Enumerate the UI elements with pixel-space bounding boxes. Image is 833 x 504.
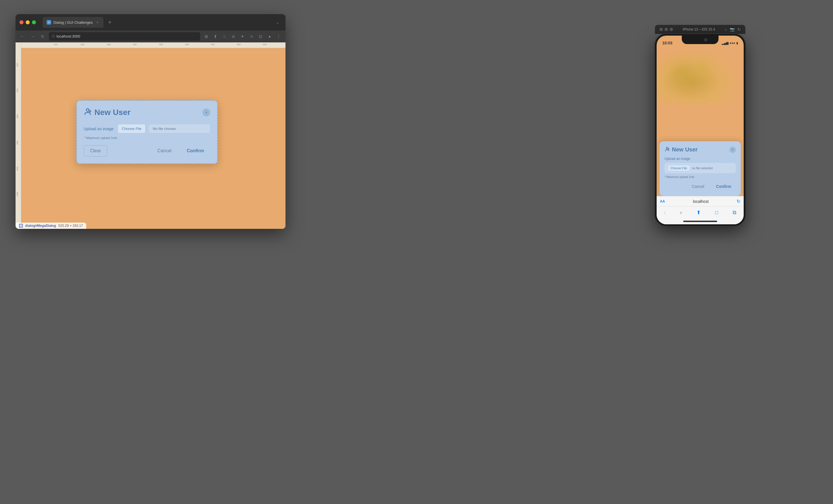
browser-titlebar: D Dialog | GUI Challenges × + ⌄ <box>16 14 285 30</box>
ruler-left-mark-200: 200 <box>16 89 19 92</box>
iphone-home-btn-icon[interactable]: ⌂ <box>725 27 727 32</box>
list-icon[interactable]: ≡ <box>247 32 256 41</box>
back-button[interactable]: ← <box>18 32 26 41</box>
iphone-camera <box>704 38 708 42</box>
blur-circle-1 <box>671 62 693 85</box>
dialog-close-button[interactable]: × <box>203 108 210 117</box>
ruler-mark-700: 700 <box>211 43 214 46</box>
tab-overview-icon[interactable]: ⊡ <box>257 32 265 41</box>
safari-tabs-button[interactable]: ⧉ <box>730 208 739 217</box>
dialog-title: New User <box>94 108 130 117</box>
safari-bookmarks-button[interactable]: □ <box>712 208 721 217</box>
close-traffic-light[interactable] <box>20 20 23 24</box>
window-more-button[interactable]: ⌄ <box>273 18 282 26</box>
mobile-dialog-header: New User × <box>665 146 736 153</box>
more-icon[interactable]: ⋮ <box>275 32 283 41</box>
button-group: Cancel Confirm <box>151 146 210 156</box>
ruler-mark-400: 400 <box>133 43 137 46</box>
iphone-rotate-icon[interactable]: ↻ <box>737 27 741 32</box>
svg-rect-4 <box>20 225 22 226</box>
maximize-traffic-light[interactable] <box>32 20 36 24</box>
url-display: localhost:3000 <box>56 34 80 39</box>
main-dialog: New User × Upload an image Choose File N… <box>76 100 218 164</box>
dialog-header: New User × <box>84 108 210 117</box>
upload-label: Upload an image <box>84 127 115 131</box>
safari-refresh-button[interactable]: ↻ <box>737 199 740 204</box>
extension-icon[interactable]: ✦ <box>239 32 246 41</box>
mobile-confirm-button[interactable]: Confirm <box>711 182 736 191</box>
iphone-close-light[interactable] <box>660 28 663 31</box>
browser-status-bar: dialog#MegaDialog 520.29 × 263.17 <box>16 223 86 229</box>
upload-row: Upload an image Choose File No file chos… <box>84 124 210 133</box>
mobile-upload-hint: * Maximum upload 1mb <box>665 175 736 179</box>
iphone-traffic-lights <box>660 28 673 31</box>
ruler-left-mark-100: 100 <box>16 63 19 67</box>
iphone-minimize-light[interactable] <box>665 28 668 31</box>
shield-icon[interactable]: ⊘ <box>230 32 237 41</box>
file-name-display: No file chosen <box>148 124 210 133</box>
iphone-screenshot-icon[interactable]: 📷 <box>730 27 735 32</box>
safari-aa-button[interactable]: AA <box>660 199 665 203</box>
element-dimensions: 520.29 × 263.17 <box>58 224 83 228</box>
mobile-dialog-title: New User <box>672 146 698 153</box>
page-content: New User × Upload an image Choose File N… <box>21 48 285 229</box>
ruler-mark-500: 500 <box>159 43 163 46</box>
tab-label: Dialog | GUI Challenges <box>53 20 93 25</box>
mobile-file-row: Choose File no file selected <box>665 163 736 173</box>
ruler-left-mark-400: 400 <box>16 141 19 144</box>
iphone-title: iPhone 13 – iOS 15.4 <box>683 27 715 31</box>
profile-icon[interactable]: ● <box>266 32 273 41</box>
mobile-dialog-title-area: New User <box>665 146 698 153</box>
battery-icon: ▮ <box>736 41 738 45</box>
mobile-user-add-icon <box>665 147 670 153</box>
browser-tab[interactable]: D Dialog | GUI Challenges × <box>43 17 103 28</box>
iphone-titlebar: iPhone 13 – iOS 15.4 ⌂ 📷 ↻ <box>655 25 745 34</box>
upload-hint: * Maximum upload 1mb <box>84 136 210 140</box>
toolbar-icons: ⊞ ⬆ ☆ ⊘ ✦ ≡ ⊡ ● ⋮ <box>203 32 283 41</box>
cancel-button[interactable]: Cancel <box>151 146 178 156</box>
iphone-maximize-light[interactable] <box>670 28 673 31</box>
dialog-footer: Clear Cancel Confirm <box>84 145 210 156</box>
forward-button[interactable]: → <box>28 32 37 41</box>
minimize-traffic-light[interactable] <box>26 20 30 24</box>
mobile-choose-file-button[interactable]: Choose File <box>667 165 690 172</box>
choose-file-button[interactable]: Choose File <box>118 124 146 133</box>
iphone-screen: 10:03 ▂▄▆ ●●● ▮ <box>657 35 744 224</box>
share-icon[interactable]: ⬆ <box>211 32 219 41</box>
iphone-time: 10:03 <box>662 41 672 45</box>
iphone-safari-bar: AA localhost ↻ ‹ › ⬆ □ ⧉ <box>657 196 744 224</box>
safari-nav-bar: ‹ › ⬆ □ ⧉ <box>657 206 744 218</box>
clear-button[interactable]: Clear <box>84 145 108 156</box>
refresh-button[interactable]: ↻ <box>39 32 47 41</box>
ruler-left-mark-600: 600 <box>16 192 19 196</box>
mobile-file-name: no file selected <box>692 167 713 170</box>
confirm-button[interactable]: Confirm <box>181 146 210 156</box>
blur-circle-2 <box>693 59 710 76</box>
traffic-lights <box>20 20 36 24</box>
signal-icon: ●●● <box>730 41 735 45</box>
ruler-top: 100 200 300 400 500 600 700 800 900 <box>16 42 285 48</box>
user-add-icon <box>84 108 92 117</box>
ruler-left: 100 200 300 400 500 600 <box>16 42 21 229</box>
new-tab-button[interactable]: + <box>106 18 114 26</box>
iphone-container: iPhone 13 – iOS 15.4 ⌂ 📷 ↻ 10:03 ▂▄▆ ●●●… <box>655 25 745 226</box>
mobile-dialog-close-button[interactable]: × <box>730 147 736 153</box>
external-link-icon[interactable]: ⊞ <box>203 32 210 41</box>
safari-share-button[interactable]: ⬆ <box>694 208 704 217</box>
dialog-title-area: New User <box>84 108 130 117</box>
safari-forward-button[interactable]: › <box>677 208 685 217</box>
address-bar[interactable]: ⓘ localhost:3000 <box>49 32 200 41</box>
safari-url-display[interactable]: localhost <box>667 199 734 204</box>
ruler-mark-900: 900 <box>263 43 266 46</box>
iphone-notch <box>682 35 718 44</box>
safari-back-button[interactable]: ‹ <box>661 208 668 217</box>
mobile-dialog: New User × Upload an image Choose File n… <box>660 141 741 196</box>
iphone-device: 10:03 ▂▄▆ ●●● ▮ <box>655 34 745 226</box>
tab-close-button[interactable]: × <box>95 20 99 25</box>
bookmark-icon[interactable]: ☆ <box>220 32 229 41</box>
ruler-mark-300: 300 <box>107 43 111 46</box>
ruler-mark-600: 600 <box>185 43 189 46</box>
security-icon: ⓘ <box>52 34 55 39</box>
element-indicator-icon <box>19 224 23 228</box>
mobile-cancel-button[interactable]: Cancel <box>687 182 709 191</box>
